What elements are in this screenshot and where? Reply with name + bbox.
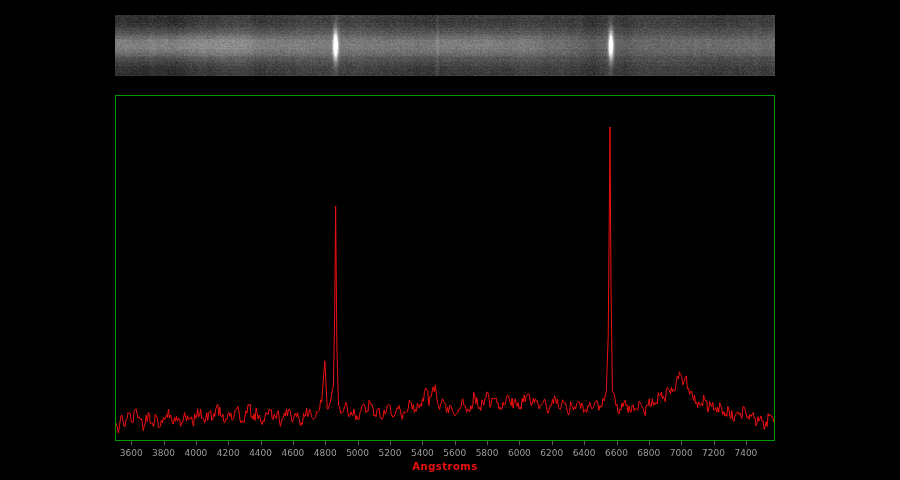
- x-tick-label: 6800: [637, 448, 660, 458]
- x-tick-label: 4000: [184, 448, 207, 458]
- x-tick-label: 7400: [734, 448, 757, 458]
- x-tick-label: 6200: [540, 448, 563, 458]
- spectrum-trace-line: [116, 127, 774, 433]
- x-tick-mark: [552, 441, 553, 445]
- x-tick-label: 4800: [314, 448, 337, 458]
- x-tick-mark: [358, 441, 359, 445]
- x-tick-label: 5800: [476, 448, 499, 458]
- x-tick-mark: [325, 441, 326, 445]
- x-tick-label: 6600: [605, 448, 628, 458]
- x-tick-label: 3600: [120, 448, 143, 458]
- x-tick-label: 4200: [217, 448, 240, 458]
- x-tick-mark: [131, 441, 132, 445]
- x-tick-label: 5200: [379, 448, 402, 458]
- x-tick-mark: [228, 441, 229, 445]
- x-tick-mark: [519, 441, 520, 445]
- x-tick-mark: [746, 441, 747, 445]
- x-tick-label: 4400: [249, 448, 272, 458]
- x-tick-label: 6400: [573, 448, 596, 458]
- x-tick-mark: [422, 441, 423, 445]
- x-tick-mark: [714, 441, 715, 445]
- x-tick-label: 4600: [281, 448, 304, 458]
- x-tick-mark: [584, 441, 585, 445]
- spectrum-plot-frame: [115, 95, 775, 441]
- x-tick-label: 5600: [443, 448, 466, 458]
- x-tick-label: 6000: [508, 448, 531, 458]
- x-tick-mark: [390, 441, 391, 445]
- x-tick-mark: [617, 441, 618, 445]
- x-tick-label: 5000: [346, 448, 369, 458]
- x-tick-mark: [164, 441, 165, 445]
- spectral-analysis-screen: 3600380040004200440046004800500052005400…: [0, 0, 900, 480]
- x-tick-mark: [649, 441, 650, 445]
- spectrum-trace-plot: [116, 96, 774, 440]
- x-tick-mark: [261, 441, 262, 445]
- x-tick-label: 7200: [702, 448, 725, 458]
- x-tick-label: 5400: [411, 448, 434, 458]
- x-tick-mark: [196, 441, 197, 445]
- x-tick-mark: [487, 441, 488, 445]
- x-axis-title: Angstroms: [115, 461, 775, 472]
- x-tick-label: 3800: [152, 448, 175, 458]
- x-tick-mark: [293, 441, 294, 445]
- x-tick-mark: [681, 441, 682, 445]
- spectrum-2d-strip-image: [115, 15, 775, 76]
- x-tick-mark: [455, 441, 456, 445]
- x-tick-label: 7000: [670, 448, 693, 458]
